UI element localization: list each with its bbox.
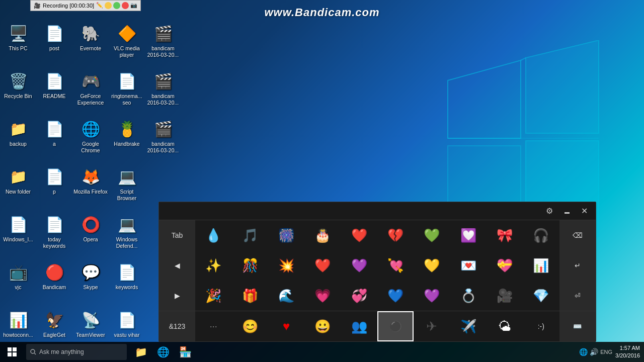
recording-minimize-button[interactable] (105, 2, 112, 9)
recording-icon: 🎥 (34, 3, 41, 9)
taskbar-search-box[interactable]: Ask me anything (26, 344, 127, 360)
taskbar-pinned-apps: 📁 🌐 🏪 (127, 342, 575, 362)
emoji-heart-pink[interactable]: 💗 (304, 281, 341, 311)
taskbar-clock[interactable]: 1:57 AM 3/20/2016 (615, 344, 640, 360)
emoji-heart-red2[interactable]: ❤️ (304, 250, 341, 281)
enter-key[interactable]: ↵ (559, 250, 596, 281)
desktop-icon-vlc[interactable]: 🔶 VLC media player (109, 20, 145, 68)
backspace-key[interactable]: ⌫ (559, 220, 596, 250)
emoji-text-smiley[interactable]: :-) (523, 311, 559, 341)
bandicam1-label: bandicam 2016-03-20... (146, 45, 180, 58)
desktop-icon-bandicam2[interactable]: 🎬 bandicam 2016-03-20... (145, 68, 181, 116)
emoji-envelope-heart[interactable]: 💌 (450, 250, 487, 281)
desktop-icon-firefox[interactable]: 🦊 Mozilla Firefox (72, 163, 109, 211)
taskbar-file-explorer[interactable]: 📁 (131, 342, 151, 362)
desktop-icon-readme[interactable]: 📄 README (36, 68, 72, 116)
emoji-sparkles[interactable]: ✨ (195, 250, 231, 281)
emoji-partly-cloudy[interactable]: 🌤 (487, 311, 523, 341)
desktop-icon-ringtone[interactable]: 📄 ringtonema... seo (109, 68, 145, 116)
emoji-grin[interactable]: 😀 (304, 311, 341, 341)
emoji-confetti[interactable]: 🎊 (232, 250, 268, 281)
desktop-icon-new-folder[interactable]: 📁 New folder (0, 163, 36, 211)
windows-defend-label: Windows Defend... (110, 236, 144, 249)
emoji-heart-broken[interactable]: 💔 (377, 220, 414, 250)
desktop-icon-opera[interactable]: ⭕ Opera (72, 211, 109, 259)
teamviewer-label: TeamViewer (76, 332, 105, 338)
desktop-icon-a[interactable]: 📄 a (36, 116, 72, 163)
emoji-explosion[interactable]: 💥 (268, 250, 304, 281)
emoji-gift[interactable]: 🎁 (232, 281, 268, 311)
keyboard-key[interactable]: ⌨️ (559, 311, 596, 341)
desktop-icon-windows-defend[interactable]: 💻 Windows Defend... (109, 211, 145, 259)
recycle-bin-icon: 🗑️ (8, 71, 28, 91)
emoji-heart-green[interactable]: 💚 (414, 220, 450, 250)
emoji-video[interactable]: 🎥 (487, 281, 523, 311)
panel-minimize-button[interactable]: 🗕 (560, 205, 574, 217)
emoji-ring[interactable]: 💍 (450, 281, 487, 311)
emoji-cake[interactable]: 🎂 (304, 220, 341, 250)
desktop-icon-recycle-bin[interactable]: 🗑️ Recycle Bin (0, 68, 36, 116)
desktop-icon-skype[interactable]: 💬 Skype (72, 259, 109, 307)
emoji-diamond[interactable]: 💎 (523, 281, 559, 311)
desktop-icon-today-keywords[interactable]: 📄 today keywords (36, 211, 72, 259)
emoji-plane2[interactable]: ✈️ (450, 311, 487, 341)
emoji-fireworks[interactable]: 🎆 (268, 220, 304, 250)
recording-close-button[interactable] (122, 2, 129, 9)
desktop-icon-keywords[interactable]: 📄 keywords (109, 259, 145, 307)
emoji-heart-blue[interactable]: 💙 (377, 281, 414, 311)
svg-rect-9 (13, 352, 17, 356)
emoji-heart-purple[interactable]: 💜 (341, 250, 377, 281)
emoji-music[interactable]: 🎵 (232, 220, 268, 250)
desktop-icon-this-pc[interactable]: 🖥️ This PC (0, 20, 36, 68)
emoji-chart[interactable]: 📊 (523, 250, 559, 281)
desktop-icon-evernote[interactable]: 🐘 Evernote (72, 20, 109, 68)
emoji-heart-arrow[interactable]: 💘 (377, 250, 414, 281)
emoji-smile[interactable]: 😊 (232, 311, 268, 341)
desktop-icon-p[interactable]: 📄 p (36, 163, 72, 211)
emoji-heart-revolving[interactable]: 💞 (341, 281, 377, 311)
taskbar-edge[interactable]: 🌐 (153, 342, 173, 362)
desktop-icon-geforce[interactable]: 🎮 GeForce Experience (72, 68, 109, 116)
symbol-key[interactable]: &123 (159, 311, 195, 341)
emoji-wave[interactable]: 🌊 (268, 281, 304, 311)
desktop-icon-bandicam3[interactable]: 🎬 bandicam 2016-03-20... (145, 116, 181, 163)
emoji-headphones[interactable]: 🎧 (523, 220, 559, 250)
desktop-icon-windows-l[interactable]: 📄 Windows_l... (0, 211, 36, 259)
emoji-dots[interactable]: ··· (195, 311, 231, 341)
panel-settings-button[interactable]: ⚙ (543, 205, 556, 217)
emoji-heart-outline[interactable]: 💟 (450, 220, 487, 250)
forward-key[interactable]: ▶ (159, 281, 195, 311)
taskbar-store[interactable]: 🏪 (175, 342, 195, 362)
bandicam2-label: bandicam 2016-03-20... (146, 93, 180, 106)
desktop-icon-chrome[interactable]: 🌐 Google Chrome (72, 116, 109, 163)
vastu-label: vastu vihar (114, 332, 140, 338)
emoji-plane[interactable]: ✈ (414, 311, 450, 341)
desktop-icon-script-browser[interactable]: 💻 Script Browser (109, 163, 145, 211)
panel-close-button[interactable]: ✕ (578, 205, 591, 217)
enter-key2[interactable]: ⏎ (559, 281, 596, 311)
desktop-icon-bandicam1[interactable]: 🎬 bandicam 2016-03-20... (145, 20, 181, 68)
emoji-heart-purple2[interactable]: 💜 (414, 281, 450, 311)
emoji-heart-yellow[interactable]: 💛 (414, 250, 450, 281)
emoji-heart-suit[interactable]: ♥ (268, 311, 304, 341)
desktop-icon-vjc[interactable]: 📺 vjc (0, 259, 36, 307)
emoji-black-circle[interactable]: ⚫ (377, 311, 414, 341)
start-button[interactable] (0, 342, 24, 362)
recording-maximize-button[interactable] (113, 2, 120, 9)
desktop-icon-post[interactable]: 📄 post (36, 20, 72, 68)
bandicam1-icon: 🎬 (153, 23, 173, 43)
desktop-icon-handbrake[interactable]: 🍍 Handbrake (109, 116, 145, 163)
backup-icon: 📁 (8, 119, 28, 139)
firefox-icon: 🦊 (80, 166, 101, 187)
emoji-heart-red[interactable]: ❤️ (341, 220, 377, 250)
desktop-icon-backup[interactable]: 📁 backup (0, 116, 36, 163)
emoji-people[interactable]: 👥 (341, 311, 377, 341)
desktop-icon-bandicam-app[interactable]: 🔴 Bandicam (36, 259, 72, 307)
chrome-label: Google Chrome (73, 141, 108, 153)
back-key[interactable]: ◀ (159, 250, 195, 281)
emoji-heart-ribbon[interactable]: 💝 (487, 250, 523, 281)
emoji-drop[interactable]: 💧 (195, 220, 231, 250)
emoji-party[interactable]: 🎉 (195, 281, 231, 311)
tab-key[interactable]: Tab (159, 220, 195, 250)
emoji-ribbon[interactable]: 🎀 (487, 220, 523, 250)
